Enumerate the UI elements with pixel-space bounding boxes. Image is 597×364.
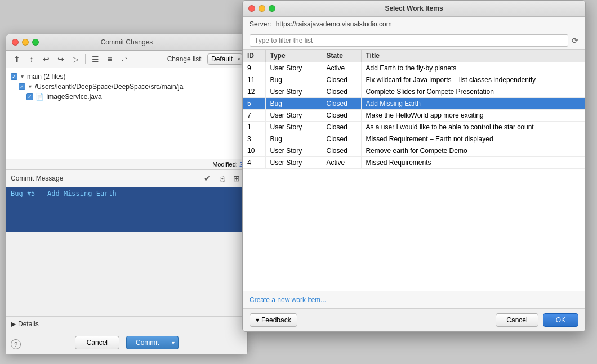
- window-controls: [12, 39, 39, 46]
- commit-message-section: Commit Message ✔ ⎘ ⊞ Bug #5 – Add Missin…: [6, 170, 247, 232]
- toolbar-icon-6[interactable]: ☰: [89, 53, 101, 65]
- tree-item-main[interactable]: ✓ ▼ main (2 files): [8, 71, 245, 82]
- details-section: ▶ Details: [6, 316, 247, 331]
- minimize-button[interactable]: [22, 39, 29, 46]
- tree-checkbox-file[interactable]: ✓: [26, 93, 33, 100]
- server-label: Server:: [250, 20, 271, 28]
- cell-title: Fix wildcard for Java imports – list cla…: [361, 74, 585, 86]
- dialog-footer: ▾ Feedback Cancel OK: [243, 309, 585, 331]
- cell-type: User Story: [265, 145, 322, 157]
- tree-item-folder[interactable]: ✓ ▼ /Users/leantk/DeepSpace/DeepSpace/sr…: [8, 82, 245, 92]
- commit-message-header: Commit Message ✔ ⎘ ⊞: [6, 170, 247, 187]
- cell-id: 7: [243, 110, 265, 122]
- commit-message-textarea[interactable]: Bug #5 – Add Missing Earth: [6, 187, 247, 232]
- toolbar-icon-3[interactable]: ↩: [40, 53, 52, 65]
- table-row[interactable]: 5BugClosedAdd Missing Earth: [243, 98, 585, 110]
- commit-changes-window: Commit Changes ⬆ ↕ ↩ ↪ ▷ ☰ ≡ ⇌ Change li…: [6, 34, 248, 354]
- col-header-state: State: [322, 50, 361, 62]
- dialog-close-button[interactable]: [248, 5, 255, 12]
- work-items-dialog: Select Work Items Server: https://raisaj…: [242, 0, 586, 332]
- feedback-arrow-icon: ▾: [256, 316, 259, 324]
- commit-window-title: Commit Changes: [101, 38, 153, 46]
- maximize-button[interactable]: [32, 39, 39, 46]
- changelist-label: Change list:: [167, 55, 203, 63]
- cancel-dialog-button[interactable]: Cancel: [496, 313, 538, 327]
- col-header-id: ID: [243, 50, 265, 62]
- cell-type: Bug: [265, 133, 322, 145]
- table-row[interactable]: 12User StoryClosedComplete Slides for Co…: [243, 86, 585, 98]
- dialog-max-button[interactable]: [269, 5, 275, 12]
- cell-state: Closed: [322, 86, 361, 98]
- file-icon: 📄: [35, 93, 44, 101]
- commit-titlebar: Commit Changes: [6, 34, 247, 51]
- tree-checkbox-folder[interactable]: ✓: [19, 83, 25, 90]
- commit-arrow-button[interactable]: ▾: [168, 336, 179, 349]
- table-row[interactable]: 7User StoryClosedMake the HelloWorld app…: [243, 110, 585, 122]
- table-row[interactable]: 9User StoryActiveAdd Earth to the fly-by…: [243, 62, 585, 74]
- toolbar-separator: [85, 54, 86, 64]
- commit-message-label: Commit Message: [11, 174, 63, 182]
- tree-arrow-main: ▼: [20, 74, 25, 79]
- changelist-select[interactable]: Default: [207, 53, 243, 65]
- dialog-window-controls: [248, 5, 275, 12]
- commit-split-button: Commit ▾: [126, 336, 179, 349]
- tree-label-file: ImageService.java: [46, 93, 102, 101]
- toolbar-icon-7[interactable]: ≡: [104, 53, 116, 65]
- refresh-icon[interactable]: ⟳: [572, 36, 578, 45]
- cell-id: 5: [243, 98, 265, 110]
- tree-item-file[interactable]: ✓ 📄 ImageService.java: [8, 92, 245, 102]
- close-button[interactable]: [12, 39, 19, 46]
- feedback-button[interactable]: ▾ Feedback: [250, 313, 297, 327]
- table-row[interactable]: 10User StoryClosedRemove earth for Compe…: [243, 145, 585, 157]
- cell-state: Closed: [322, 133, 361, 145]
- table-row[interactable]: 4User StoryActiveMissed Requirements: [243, 157, 585, 169]
- copy-icon[interactable]: ⎘: [216, 172, 228, 185]
- dialog-footer-buttons: Cancel OK: [496, 313, 578, 327]
- spell-check-icon[interactable]: ✔: [201, 172, 213, 185]
- commit-message-value: Bug #5 – Add Missing Earth: [11, 190, 117, 197]
- filter-input[interactable]: [250, 34, 568, 47]
- toolbar-icon-2[interactable]: ↕: [25, 53, 38, 65]
- help-icon[interactable]: ?: [11, 339, 21, 349]
- toolbar-icon-1[interactable]: ⬆: [11, 53, 23, 65]
- create-link-row: Create a new work item...: [243, 291, 585, 309]
- work-items-table: ID Type State Title 9User StoryActiveAdd…: [243, 50, 585, 291]
- commit-toolbar: ⬆ ↕ ↩ ↪ ▷ ☰ ≡ ⇌ Change list: Default ▾: [6, 51, 247, 68]
- create-work-item-link[interactable]: Create a new work item...: [250, 296, 326, 304]
- cell-type: User Story: [265, 62, 322, 74]
- tree-checkbox-main[interactable]: ✓: [11, 73, 17, 80]
- cell-id: 10: [243, 145, 265, 157]
- table-row[interactable]: 1User StoryClosedAs a user I would like …: [243, 122, 585, 133]
- cancel-commit-button[interactable]: Cancel: [75, 336, 119, 349]
- cell-state: Closed: [322, 74, 361, 86]
- dialog-title: Select Work Items: [385, 5, 443, 12]
- cell-id: 4: [243, 157, 265, 169]
- cell-state: Closed: [322, 122, 361, 133]
- cell-state: Active: [322, 62, 361, 74]
- toolbar-icon-8[interactable]: ⇌: [118, 53, 131, 65]
- cell-type: User Story: [265, 157, 322, 169]
- dialog-titlebar: Select Work Items: [243, 1, 585, 17]
- commit-main-button[interactable]: Commit: [126, 336, 168, 349]
- cell-type: Bug: [265, 98, 322, 110]
- cell-title: Make the HelloWorld app more exciting: [361, 110, 585, 122]
- toolbar-icon-5[interactable]: ▷: [69, 53, 82, 65]
- vcs-icon[interactable]: ⊞: [230, 172, 243, 185]
- table-row[interactable]: 3BugClosedMissed Requirement – Earth not…: [243, 133, 585, 145]
- cell-state: Closed: [322, 145, 361, 157]
- cell-id: 11: [243, 74, 265, 86]
- feedback-label: Feedback: [261, 316, 291, 324]
- ok-button[interactable]: OK: [543, 313, 578, 327]
- modified-label: Modified:: [212, 161, 238, 168]
- toolbar-icon-4[interactable]: ↪: [55, 53, 67, 65]
- cell-type: User Story: [265, 86, 322, 98]
- changelist-wrapper: Default ▾: [207, 53, 243, 65]
- details-label: Details: [18, 320, 39, 328]
- cell-type: User Story: [265, 110, 322, 122]
- cell-title: Missed Requirements: [361, 157, 585, 169]
- dialog-min-button[interactable]: [259, 5, 265, 12]
- col-header-type: Type: [265, 50, 322, 62]
- table-row[interactable]: 11BugClosedFix wildcard for Java imports…: [243, 74, 585, 86]
- commit-message-icons: ✔ ⎘ ⊞: [201, 172, 243, 185]
- modified-bar: Modified: 2: [6, 159, 247, 170]
